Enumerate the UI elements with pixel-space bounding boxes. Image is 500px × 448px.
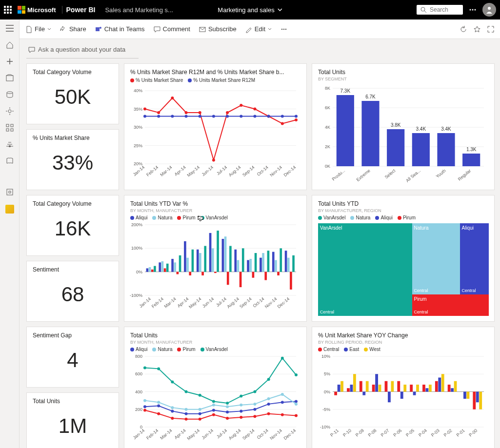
svg-rect-130: [285, 251, 287, 272]
svg-rect-261: [391, 381, 394, 392]
svg-point-63: [253, 115, 256, 118]
svg-text:P-10: P-10: [342, 428, 352, 438]
svg-point-179: [281, 393, 284, 396]
svg-point-176: [240, 404, 242, 407]
kpi-sentiment-gap[interactable]: Sentiment Gap 4: [26, 327, 119, 388]
svg-rect-82: [164, 268, 166, 272]
svg-rect-263: [397, 381, 400, 392]
share-button[interactable]: Share: [60, 25, 86, 33]
svg-point-160: [185, 412, 188, 415]
kpi-total-units[interactable]: Total Units 1M: [26, 392, 119, 448]
svg-point-191: [281, 413, 284, 416]
svg-text:Feb-14: Feb-14: [145, 428, 159, 441]
svg-rect-275: [435, 381, 438, 392]
learn-icon[interactable]: [6, 157, 14, 165]
browse-icon[interactable]: [6, 74, 14, 82]
svg-point-161: [199, 412, 201, 415]
refresh-icon[interactable]: [460, 26, 467, 33]
svg-rect-224: [412, 133, 430, 166]
svg-rect-101: [212, 248, 214, 272]
svg-rect-115: [247, 260, 249, 272]
home-icon[interactable]: [6, 41, 14, 49]
breadcrumb[interactable]: Sales and Marketing s...: [105, 6, 173, 14]
kpi-sentiment[interactable]: Sentiment 68: [26, 261, 119, 322]
svg-text:Jul-14: Jul-14: [215, 296, 227, 308]
file-menu[interactable]: File: [25, 25, 51, 33]
chart-ytd-var[interactable]: Total Units YTD Var % BY MONTH, MANUFACT…: [124, 195, 307, 322]
svg-text:Feb-14: Feb-14: [151, 296, 164, 309]
svg-point-57: [171, 115, 174, 118]
chart-ytd-treemap[interactable]: Total Units YTD BY MANUFACTURER, REGION …: [312, 195, 495, 322]
svg-rect-111: [237, 260, 240, 272]
svg-point-173: [199, 408, 201, 411]
svg-point-64: [267, 115, 270, 118]
apps-icon[interactable]: [6, 124, 14, 132]
favorite-icon[interactable]: [474, 26, 480, 33]
svg-rect-245: [340, 381, 343, 392]
kpi-total-category-volume-1[interactable]: Total Category Volume 50K: [26, 63, 119, 124]
svg-point-61: [226, 115, 229, 118]
svg-text:Apr-14: Apr-14: [174, 165, 187, 177]
svg-rect-15: [96, 27, 100, 31]
svg-text:Dec-14: Dec-14: [283, 428, 297, 441]
svg-rect-102: [214, 272, 217, 273]
svg-rect-85: [171, 259, 174, 272]
kpi-total-category-volume-2[interactable]: Total Category Volume 16K: [26, 195, 119, 256]
search-input[interactable]: [430, 6, 457, 13]
menu-icon[interactable]: [6, 24, 14, 32]
kpi-units-market-share[interactable]: % Units Market Share 33%: [26, 129, 119, 190]
svg-rect-81: [161, 261, 164, 272]
chart-market-share-line[interactable]: % Units Market Share R12M and % Units Ma…: [124, 63, 307, 190]
svg-rect-284: [463, 392, 466, 399]
svg-text:May-14: May-14: [186, 428, 200, 441]
chart-total-units-segment[interactable]: Total Units BY SEGMENT 0K2K4K6K8K7.3KPro…: [312, 63, 495, 190]
metrics-icon[interactable]: [6, 107, 14, 115]
svg-point-164: [240, 409, 242, 412]
dashboard-canvas: Ask a question about your data Total Cat…: [20, 39, 500, 448]
subscribe-button[interactable]: Subscribe: [199, 25, 237, 33]
svg-point-45: [171, 97, 174, 99]
avatar[interactable]: [482, 3, 496, 17]
svg-rect-268: [413, 392, 416, 395]
page-title-dropdown[interactable]: Marketing and sales: [218, 6, 282, 14]
fullscreen-icon[interactable]: [487, 26, 494, 33]
svg-point-4: [475, 9, 476, 11]
workspace-avatar-icon[interactable]: [5, 205, 14, 214]
svg-text:6K: 6K: [325, 105, 330, 110]
svg-rect-87: [177, 272, 179, 274]
svg-text:2K: 2K: [325, 144, 330, 149]
svg-point-197: [199, 394, 201, 397]
comment-icon: [154, 26, 160, 33]
svg-rect-221: [387, 129, 404, 166]
data-hub-icon[interactable]: [6, 91, 14, 98]
svg-rect-218: [361, 101, 379, 166]
chart-yoy-change[interactable]: % Unit Market Share YOY Change BY ROLLIN…: [312, 327, 495, 448]
toolbar: File Share Chat in Teams Comment Subscri…: [20, 19, 500, 39]
waffle-icon[interactable]: [4, 6, 12, 14]
svg-rect-11: [6, 129, 9, 131]
more-icon[interactable]: [280, 26, 287, 33]
deployment-icon[interactable]: [6, 140, 14, 148]
svg-rect-75: [146, 268, 149, 272]
chart-total-units-month[interactable]: Total Units BY MONTH, MANUFACTURER Aliqu…: [124, 327, 307, 448]
svg-rect-120: [260, 258, 262, 272]
svg-text:-5%: -5%: [322, 407, 330, 412]
qna-input[interactable]: Ask a question about your data: [26, 44, 139, 58]
plus-icon[interactable]: [6, 58, 14, 65]
svg-rect-78: [154, 266, 156, 272]
svg-rect-257: [379, 385, 381, 392]
svg-point-46: [185, 111, 188, 114]
svg-rect-98: [204, 246, 206, 272]
svg-point-175: [226, 405, 229, 408]
svg-text:Mar-14: Mar-14: [163, 296, 177, 309]
svg-rect-227: [437, 133, 455, 166]
comment-button[interactable]: Comment: [154, 25, 190, 33]
workspace-icon[interactable]: [6, 188, 14, 196]
svg-rect-128: [280, 248, 282, 272]
search-box[interactable]: [417, 5, 463, 15]
chat-teams-button[interactable]: Chat in Teams: [95, 25, 145, 33]
more-icon[interactable]: [469, 6, 477, 14]
svg-point-19: [283, 28, 285, 30]
edit-button[interactable]: Edit: [245, 25, 272, 33]
svg-text:Jul-14: Jul-14: [216, 428, 228, 439]
